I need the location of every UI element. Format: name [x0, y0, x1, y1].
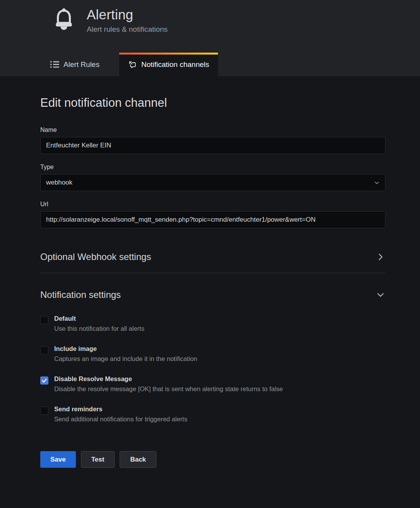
type-select-value: webhook: [46, 179, 72, 186]
name-label: Name: [40, 127, 386, 133]
chevron-down-icon: [374, 180, 380, 186]
type-label: Type: [40, 164, 386, 171]
notification-options: Default Use this notification for all al…: [40, 315, 386, 423]
save-button[interactable]: Save: [40, 451, 76, 468]
test-button[interactable]: Test: [81, 451, 115, 468]
list-icon: [50, 61, 59, 68]
tab-alert-rules-label: Alert Rules: [63, 60, 99, 69]
type-select[interactable]: webhook: [40, 174, 386, 191]
page-title: Alerting: [87, 7, 168, 22]
name-field-group: Name: [40, 127, 386, 154]
channel-form: Name Type webhook Url: [40, 127, 386, 228]
optional-webhook-settings-title: Optional Webhook settings: [40, 251, 151, 262]
optional-webhook-settings-header[interactable]: Optional Webhook settings: [40, 251, 386, 273]
chevron-down-icon: [375, 290, 386, 300]
option-include-image: Include image Captures an image and incl…: [40, 345, 386, 363]
tab-notification-channels[interactable]: Notification channels: [119, 53, 218, 76]
option-disable-resolve-label: Disable Resolve Message: [54, 375, 283, 383]
check-icon: [41, 378, 47, 383]
option-include-image-text: Include image Captures an image and incl…: [54, 345, 197, 363]
channels-icon: [128, 60, 137, 69]
option-disable-resolve-text: Disable Resolve Message Disable the reso…: [54, 375, 283, 393]
option-include-image-description: Captures an image and include it in the …: [54, 355, 197, 363]
option-disable-resolve-description: Disable the resolve message [OK] that is…: [54, 385, 283, 393]
tabs-row: Alert Rules Notification channels: [0, 53, 420, 76]
name-input[interactable]: [40, 137, 386, 154]
default-checkbox[interactable]: [40, 316, 48, 324]
tab-notification-channels-label: Notification channels: [141, 60, 209, 69]
tab-alert-rules[interactable]: Alert Rules: [50, 53, 100, 76]
option-send-reminders-text: Send reminders Send additional notificat…: [54, 405, 187, 423]
alerting-bell-icon: [53, 8, 75, 33]
option-default: Default Use this notification for all al…: [40, 315, 386, 332]
page-header: Alerting Alert rules & notifications Ale…: [0, 0, 420, 76]
notification-settings-header[interactable]: Notification settings: [40, 289, 386, 300]
back-button[interactable]: Back: [120, 451, 156, 468]
option-default-description: Use this notification for all alerts: [54, 325, 144, 332]
url-label: Url: [40, 201, 386, 208]
send-reminders-checkbox[interactable]: [40, 407, 48, 415]
option-default-label: Default: [54, 315, 144, 322]
option-send-reminders: Send reminders Send additional notificat…: [40, 405, 386, 423]
option-disable-resolve: Disable Resolve Message Disable the reso…: [40, 375, 386, 393]
option-send-reminders-label: Send reminders: [54, 405, 187, 413]
option-default-text: Default Use this notification for all al…: [54, 315, 144, 332]
header-top: Alerting Alert rules & notifications: [0, 0, 420, 53]
url-input[interactable]: [40, 211, 386, 228]
button-row: Save Test Back: [40, 451, 386, 468]
notification-settings-title: Notification settings: [40, 289, 121, 300]
include-image-checkbox[interactable]: [40, 346, 48, 354]
edit-channel-heading: Edit notification channel: [40, 96, 386, 110]
option-include-image-label: Include image: [54, 345, 197, 352]
disable-resolve-checkbox[interactable]: [40, 376, 48, 385]
chevron-right-icon: [375, 252, 386, 262]
type-field-group: Type webhook: [40, 164, 386, 191]
main-content: Edit notification channel Name Type webh…: [40, 96, 386, 468]
option-send-reminders-description: Send additional notifications for trigge…: [54, 416, 187, 423]
page-subtitle: Alert rules & notifications: [87, 25, 168, 34]
header-titles: Alerting Alert rules & notifications: [87, 7, 168, 34]
url-field-group: Url: [40, 201, 386, 228]
